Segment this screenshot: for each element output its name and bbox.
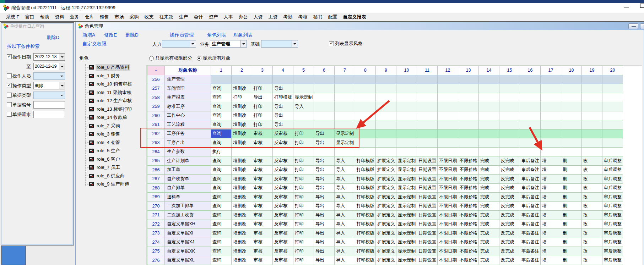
permission-cell[interactable] xyxy=(602,93,623,102)
permission-cell[interactable]: 打印 xyxy=(252,84,273,93)
permission-cell[interactable] xyxy=(541,138,561,148)
permission-cell[interactable]: 反完成 xyxy=(499,247,520,256)
permission-cell[interactable]: 日期设置 xyxy=(417,156,438,166)
permission-cell[interactable]: 查询 xyxy=(211,247,232,256)
permission-cell[interactable]: 增删改 xyxy=(232,175,252,184)
permission-cell[interactable]: 导出 xyxy=(273,120,293,129)
permission-cell[interactable] xyxy=(438,111,458,120)
object-name-cell[interactable]: 退料单 xyxy=(165,193,211,202)
permission-cell[interactable] xyxy=(273,75,293,84)
object-name-cell[interactable]: 自定义单据XJ xyxy=(165,238,211,247)
permission-cell[interactable]: 查询 xyxy=(211,220,232,229)
permission-cell[interactable]: 事后备注 xyxy=(520,229,541,238)
permission-cell[interactable]: 打印 xyxy=(293,175,314,184)
tree-item[interactable]: role_4 仓管 xyxy=(79,139,121,147)
permission-cell[interactable]: 不限价格 xyxy=(458,193,479,202)
permission-cell[interactable] xyxy=(335,93,355,102)
permission-cell[interactable]: 反完成 xyxy=(499,183,520,193)
permission-cell[interactable]: 导出 xyxy=(314,183,335,193)
permission-cell[interactable] xyxy=(438,120,458,129)
object-name-cell[interactable]: 生产计划单 xyxy=(165,156,211,166)
permission-cell[interactable]: 删 xyxy=(561,247,582,256)
permission-cell[interactable]: 导出 xyxy=(273,102,293,111)
permission-cell[interactable] xyxy=(479,75,499,84)
permission-cell[interactable]: 审后调整 xyxy=(602,229,623,238)
permission-cell[interactable]: 审核 xyxy=(252,183,273,193)
permission-cell[interactable]: 不限价格 xyxy=(458,220,479,229)
permission-cell[interactable] xyxy=(479,120,499,129)
permission-cell[interactable]: 完成 xyxy=(479,156,499,166)
permission-cell[interactable]: 改 xyxy=(582,256,602,265)
permission-cell[interactable] xyxy=(355,120,376,129)
tree-item[interactable]: role_12 生产审核 xyxy=(79,97,133,105)
permission-cell[interactable] xyxy=(479,129,499,138)
permission-cell[interactable]: 事后备注 xyxy=(520,211,541,220)
permission-cell[interactable]: 日期设置 xyxy=(417,165,438,175)
permission-cell[interactable]: 增删改 xyxy=(232,183,252,193)
permission-cell[interactable]: 打印 xyxy=(293,220,314,229)
permission-cell[interactable] xyxy=(335,75,355,84)
permission-cell[interactable] xyxy=(582,129,602,138)
permission-cell[interactable] xyxy=(602,120,623,129)
permission-cell[interactable] xyxy=(479,84,499,93)
permission-cell[interactable]: 导入 xyxy=(335,229,355,238)
permission-cell[interactable] xyxy=(582,84,602,93)
permission-cell[interactable] xyxy=(458,111,479,120)
permission-cell[interactable]: 审后调整 xyxy=(602,193,623,202)
permission-cell[interactable]: 扩展定义 xyxy=(376,247,396,256)
object-list-link[interactable]: 对象列表 xyxy=(233,32,253,38)
permission-cell[interactable]: 打印模版 xyxy=(355,175,376,184)
permission-cell[interactable]: 删 xyxy=(561,183,582,193)
object-name-cell[interactable]: 生产报表 xyxy=(165,93,211,102)
permission-cell[interactable]: 导入 xyxy=(335,256,355,265)
permission-cell[interactable]: 审后调整 xyxy=(602,211,623,220)
permission-cell[interactable]: 查询 xyxy=(211,129,232,138)
permission-cell[interactable] xyxy=(252,147,273,156)
permission-cell[interactable] xyxy=(396,84,417,93)
object-name-cell[interactable]: 二次加工排单 xyxy=(165,201,211,211)
permission-cell[interactable]: 删 xyxy=(561,256,582,265)
permission-cell[interactable]: 导入 xyxy=(335,247,355,256)
permission-cell[interactable]: 不限日期 xyxy=(438,247,458,256)
menu-item[interactable]: 销售 xyxy=(97,13,112,21)
permission-cell[interactable] xyxy=(499,120,520,129)
filter-checkbox[interactable] xyxy=(7,54,12,59)
object-name-cell[interactable]: 加工单 xyxy=(165,165,211,175)
permission-cell[interactable] xyxy=(314,147,335,156)
permission-cell[interactable]: 导入 xyxy=(335,201,355,211)
permission-cell[interactable] xyxy=(499,84,520,93)
permission-cell[interactable] xyxy=(520,129,541,138)
permission-cell[interactable]: 导入 xyxy=(335,220,355,229)
permission-cell[interactable]: 导出 xyxy=(314,238,335,247)
permission-cell[interactable]: 改 xyxy=(582,183,602,193)
filter-input[interactable] xyxy=(33,101,65,109)
menu-item[interactable]: 会计 xyxy=(191,13,206,21)
permission-cell[interactable] xyxy=(499,75,520,84)
permission-cell[interactable] xyxy=(582,102,602,111)
permission-cell[interactable] xyxy=(417,147,438,156)
permission-cell[interactable]: 不限日期 xyxy=(438,156,458,166)
permission-cell[interactable]: 删 xyxy=(561,220,582,229)
permission-cell[interactable]: 打印 xyxy=(293,211,314,220)
permission-cell[interactable] xyxy=(417,84,438,93)
permission-cell[interactable]: 不限价格 xyxy=(458,175,479,184)
object-name-cell[interactable]: 工作中心 xyxy=(165,111,211,120)
permission-cell[interactable] xyxy=(458,138,479,148)
permission-cell[interactable]: 事后备注 xyxy=(520,238,541,247)
permission-cell[interactable] xyxy=(582,93,602,102)
permission-cell[interactable] xyxy=(355,129,376,138)
permission-cell[interactable]: 导出 xyxy=(314,247,335,256)
permission-cell[interactable] xyxy=(458,129,479,138)
permission-cell[interactable]: 审核 xyxy=(252,129,273,138)
permission-cell[interactable] xyxy=(335,111,355,120)
permission-cell[interactable]: 增删改 xyxy=(232,229,252,238)
permission-cell[interactable]: 改 xyxy=(582,165,602,175)
permission-cell[interactable]: 审核 xyxy=(252,229,273,238)
filter-checkbox[interactable] xyxy=(7,102,12,107)
tree-item[interactable]: role_10 销售审核 xyxy=(79,80,133,88)
menu-item[interactable]: 资料 xyxy=(52,13,67,21)
permission-cell[interactable]: 审核 xyxy=(252,138,273,148)
permission-cell[interactable] xyxy=(438,138,458,148)
permission-cell[interactable]: 删 xyxy=(561,229,582,238)
permission-cell[interactable]: 显示定制 xyxy=(335,129,355,138)
